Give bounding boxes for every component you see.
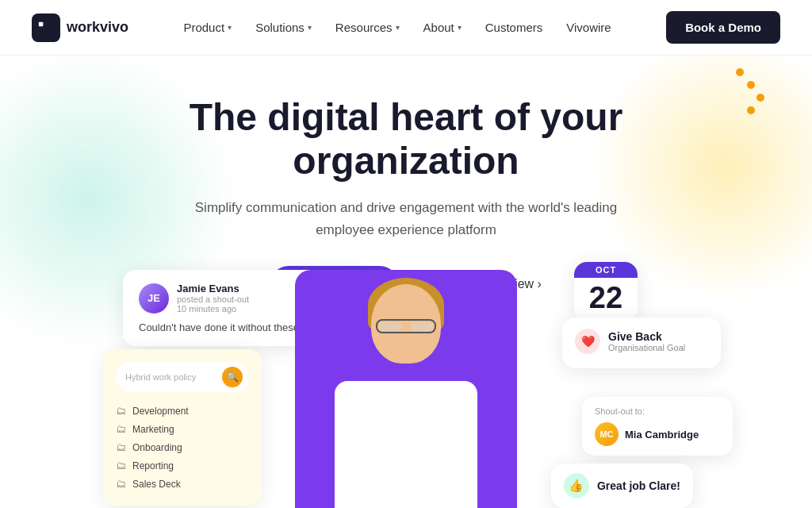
folder-icon: 🗂 xyxy=(116,460,126,471)
logo-text: workvivo xyxy=(67,19,128,36)
cards-area: JE Jamie Evans posted a shout-out 10 min… xyxy=(0,262,812,508)
folder-icon: 🗂 xyxy=(116,441,126,453)
great-job-text: Great job Clare! xyxy=(597,479,680,492)
goal-info: Give Back Organisational Goal xyxy=(608,330,685,352)
logo[interactable]: workvivo xyxy=(32,13,128,42)
folder-icon: 🗂 xyxy=(116,423,126,435)
nav-solutions[interactable]: Solutions ▾ xyxy=(246,16,321,39)
chevron-down-icon: ▾ xyxy=(308,23,312,32)
search-bar[interactable]: Hybrid work policy 🔍 xyxy=(116,362,249,392)
hero-subtext: Simplify communication and drive engagem… xyxy=(168,197,644,240)
chevron-down-icon: ▾ xyxy=(228,23,232,32)
person-avatar: MC xyxy=(595,422,619,446)
shoutout-username: Jamie Evans xyxy=(177,283,249,294)
chevron-down-icon: ▾ xyxy=(458,23,462,32)
search-card: Hybrid work policy 🔍 🗂 Development 🗂 Mar… xyxy=(103,349,262,506)
great-job-card: 👍 Great job Clare! xyxy=(551,464,693,508)
hero-headline: The digital heart of your organization xyxy=(128,95,684,183)
shoutout-to-card: Shout-out to: MC Mia Cambridge xyxy=(582,397,733,456)
nav-customers[interactable]: Customers xyxy=(476,16,553,39)
nav-vivowire[interactable]: Vivowire xyxy=(557,16,620,39)
chevron-down-icon: ▾ xyxy=(396,23,400,32)
search-icon[interactable]: 🔍 xyxy=(222,367,243,387)
goal-title: Give Back xyxy=(608,330,685,343)
nav-product[interactable]: Product ▾ xyxy=(174,16,241,39)
svg-rect-0 xyxy=(39,21,44,26)
list-item: 🗂 Onboarding xyxy=(116,438,249,456)
calendar-day: 22 xyxy=(574,278,638,321)
nav-links: Product ▾ Solutions ▾ Resources ▾ About … xyxy=(174,16,620,39)
heart-icon: ❤️ xyxy=(575,329,600,354)
thumbs-up-icon: 👍 xyxy=(564,473,589,498)
calendar-card: OCT 22 xyxy=(574,262,638,321)
person-name: Mia Cambridge xyxy=(625,429,699,441)
avatar: JE xyxy=(139,283,169,314)
goal-header: ❤️ Give Back Organisational Goal xyxy=(575,329,708,354)
folder-icon: 🗂 xyxy=(116,478,126,490)
nav-about[interactable]: About ▾ xyxy=(414,16,471,39)
calendar-month: OCT xyxy=(574,262,638,278)
list-item: 🗂 Development xyxy=(116,402,249,420)
person-image xyxy=(303,270,509,508)
shoutout-user-info: Jamie Evans posted a shout-out 10 minute… xyxy=(177,283,249,314)
logo-icon xyxy=(32,13,60,42)
shoutout-to-label: Shout-out to: xyxy=(595,406,720,416)
shoutout-action: posted a shout-out xyxy=(177,294,249,304)
search-placeholder: Hybrid work policy xyxy=(125,372,196,382)
list-item: 🗂 Sales Deck xyxy=(116,475,249,493)
list-item: 🗂 Reporting xyxy=(116,456,249,475)
book-demo-button[interactable]: Book a Demo xyxy=(666,11,780,44)
goal-card: ❤️ Give Back Organisational Goal xyxy=(562,318,721,368)
shoutout-to-person: MC Mia Cambridge xyxy=(595,422,720,446)
goal-subtitle: Organisational Goal xyxy=(608,343,685,352)
list-item: 🗂 Marketing xyxy=(116,420,249,438)
folder-icon: 🗂 xyxy=(116,405,126,417)
navbar: workvivo Product ▾ Solutions ▾ Resources… xyxy=(0,0,812,56)
shoutout-time: 10 minutes ago xyxy=(177,304,249,314)
nav-resources[interactable]: Resources ▾ xyxy=(326,16,409,39)
